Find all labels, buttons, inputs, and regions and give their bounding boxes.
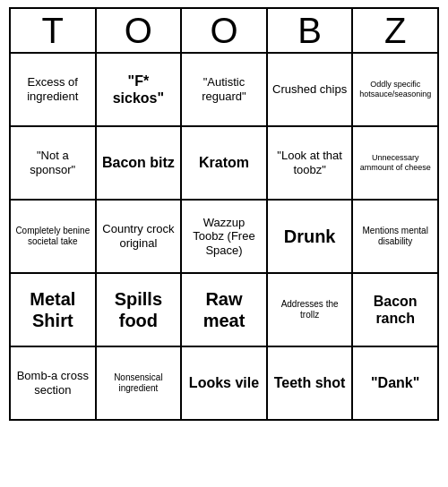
bingo-cell-17: Raw meat bbox=[182, 274, 268, 347]
bingo-cell-13: Drunk bbox=[268, 201, 354, 274]
bingo-cell-10: Completely benine societal take bbox=[11, 201, 97, 274]
bingo-cell-14: Mentions mental disability bbox=[353, 201, 439, 274]
bingo-cell-22: Looks vile bbox=[182, 347, 268, 421]
bingo-cell-24: "Dank" bbox=[353, 347, 439, 421]
bingo-cell-6: Bacon bitz bbox=[97, 127, 183, 201]
bingo-card: TOOBZ Excess of ingredient"F* sickos""Au… bbox=[9, 7, 439, 421]
header-letter-O: O bbox=[182, 9, 268, 54]
bingo-cell-20: Bomb-a cross section bbox=[11, 347, 97, 421]
bingo-cell-3: Crushed chips bbox=[268, 54, 354, 127]
bingo-cell-21: Nonsensical ingredient bbox=[97, 347, 183, 421]
bingo-cell-15: Metal Shirt bbox=[11, 274, 97, 347]
bingo-cell-8: "Look at that toobz" bbox=[268, 127, 354, 201]
bingo-cell-23: Teeth shot bbox=[268, 347, 354, 421]
header-letter-B: B bbox=[268, 9, 354, 54]
header-letter-O: O bbox=[97, 9, 183, 54]
bingo-grid: Excess of ingredient"F* sickos""Autistic… bbox=[9, 54, 439, 421]
bingo-cell-16: Spills food bbox=[97, 274, 183, 347]
bingo-cell-4: Oddly specific hotsauce/seasoning bbox=[353, 54, 439, 127]
header-row: TOOBZ bbox=[9, 7, 439, 54]
bingo-cell-2: "Autistic reguard" bbox=[182, 54, 268, 127]
bingo-cell-11: Country crock original bbox=[97, 201, 183, 274]
bingo-cell-1: "F* sickos" bbox=[97, 54, 183, 127]
bingo-cell-9: Unnecessary ammount of cheese bbox=[353, 127, 439, 201]
bingo-cell-19: Bacon ranch bbox=[353, 274, 439, 347]
header-letter-Z: Z bbox=[353, 9, 439, 54]
bingo-cell-0: Excess of ingredient bbox=[11, 54, 97, 127]
bingo-cell-18: Addresses the trollz bbox=[268, 274, 354, 347]
header-letter-T: T bbox=[11, 9, 97, 54]
bingo-cell-7: Kratom bbox=[182, 127, 268, 201]
bingo-cell-5: "Not a sponsor" bbox=[11, 127, 97, 201]
bingo-cell-12: Wazzup Toobz (Free Space) bbox=[182, 201, 268, 274]
